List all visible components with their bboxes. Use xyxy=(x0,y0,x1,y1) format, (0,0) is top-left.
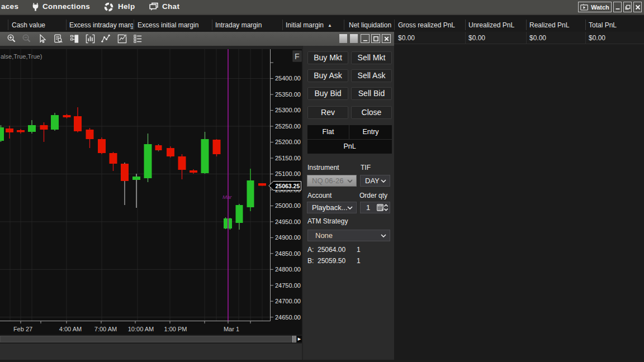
svg-text:24850.00: 24850.00 xyxy=(275,250,301,257)
svg-text:4:00 AM: 4:00 AM xyxy=(59,326,82,332)
svg-text:alse,True,True): alse,True,True) xyxy=(1,53,42,60)
svg-text:25063.25: 25063.25 xyxy=(276,183,300,189)
svg-text:25350.00: 25350.00 xyxy=(275,91,301,98)
svg-text:24700.00: 24700.00 xyxy=(275,298,301,304)
svg-text:24800.00: 24800.00 xyxy=(275,266,301,273)
svg-text:Feb 27: Feb 27 xyxy=(13,326,32,332)
svg-text:25000.00: 25000.00 xyxy=(275,202,301,209)
svg-text:25200.00: 25200.00 xyxy=(275,139,301,145)
svg-text:24900.00: 24900.00 xyxy=(275,234,301,241)
svg-text:24650.00: 24650.00 xyxy=(275,314,301,321)
svg-text:25400.00: 25400.00 xyxy=(275,75,301,82)
svg-text:Mar: Mar xyxy=(222,194,232,200)
svg-text:10:00 AM: 10:00 AM xyxy=(128,326,154,332)
svg-text:24750.00: 24750.00 xyxy=(275,282,301,289)
svg-text:25250.00: 25250.00 xyxy=(275,123,301,130)
svg-text:1:00 PM: 1:00 PM xyxy=(164,326,187,332)
svg-text:7:00 AM: 7:00 AM xyxy=(94,326,117,332)
svg-text:25150.00: 25150.00 xyxy=(275,155,301,161)
svg-text:24950.00: 24950.00 xyxy=(275,218,301,225)
svg-text:25100.00: 25100.00 xyxy=(275,170,301,177)
svg-text:F: F xyxy=(295,52,300,61)
svg-text:25300.00: 25300.00 xyxy=(275,107,301,113)
svg-text:Mar 1: Mar 1 xyxy=(224,326,239,332)
